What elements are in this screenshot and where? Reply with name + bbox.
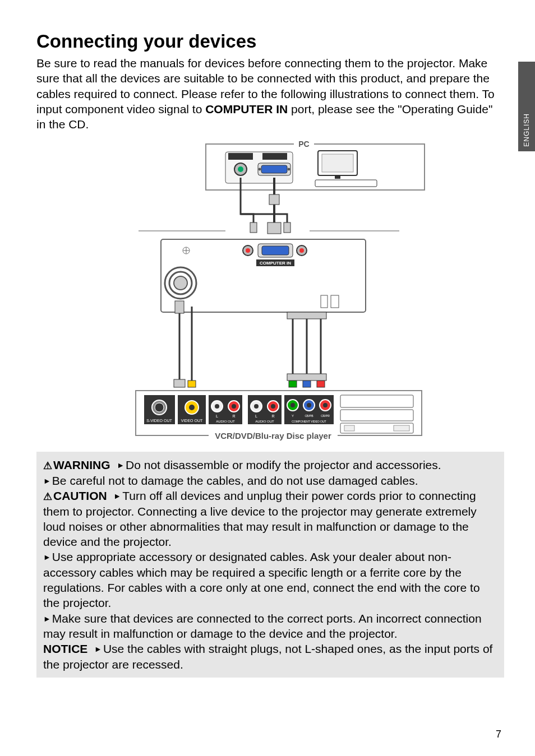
svg-rect-8 bbox=[261, 165, 287, 173]
caution-item-2: Use appropriate accessory or designated … bbox=[43, 550, 480, 609]
vcr-dvd-label: VCR/DVD/Blu-ray Disc player bbox=[215, 431, 331, 440]
svg-rect-39 bbox=[188, 381, 196, 387]
warning-item-2: Be careful not to damage the cables, and… bbox=[43, 474, 418, 487]
connection-diagram: PC AUDIO OUT RGB OUT bbox=[36, 138, 504, 444]
svideo-out-label: S-VIDEO OUT bbox=[146, 419, 172, 423]
comp-cb-label: CB/PB bbox=[305, 414, 313, 418]
svg-point-24 bbox=[246, 248, 250, 253]
svg-point-10 bbox=[288, 168, 290, 171]
svg-point-5 bbox=[238, 166, 243, 172]
svg-rect-17 bbox=[284, 222, 290, 233]
svg-rect-72 bbox=[344, 425, 354, 431]
audio-out-1: AUDIO OUT bbox=[216, 420, 235, 423]
notice-item-1: Use the cables with straight plugs, not … bbox=[43, 642, 492, 670]
language-side-tab: ENGLISH bbox=[518, 62, 535, 151]
svg-rect-73 bbox=[394, 425, 409, 431]
caution-item-1: Turn off all devices and unplug their po… bbox=[43, 489, 477, 548]
svg-point-61 bbox=[271, 404, 275, 409]
svg-rect-38 bbox=[174, 379, 185, 387]
svg-point-9 bbox=[259, 168, 261, 171]
svg-rect-43 bbox=[287, 374, 326, 381]
svg-point-59 bbox=[254, 404, 259, 409]
svg-point-56 bbox=[232, 404, 236, 409]
warning-item-1: Do not disassemble or modify the project… bbox=[117, 458, 441, 471]
svg-point-54 bbox=[215, 404, 219, 409]
language-label: ENGLISH bbox=[523, 113, 531, 147]
svg-point-28 bbox=[299, 248, 304, 253]
caution-label: CAUTION bbox=[43, 489, 107, 502]
svg-rect-16 bbox=[250, 222, 257, 233]
notice-label: NOTICE bbox=[43, 642, 87, 655]
computer-in-label: COMPUTER IN bbox=[260, 261, 291, 266]
comp-cr-label: CR/PR bbox=[321, 414, 330, 418]
svg-rect-33 bbox=[321, 295, 328, 308]
warning-block: WARNING Do not disassemble or modify the… bbox=[36, 452, 504, 677]
svg-rect-34 bbox=[331, 295, 339, 308]
pc-label: PC bbox=[298, 140, 309, 149]
projector-icon: COMPUTER IN bbox=[139, 231, 399, 312]
vcr-device-icon bbox=[340, 395, 413, 433]
svg-rect-13 bbox=[335, 175, 340, 179]
comp-y-label: Y bbox=[292, 414, 294, 418]
pc-monitor-icon bbox=[315, 151, 377, 187]
intro-paragraph: Be sure to read the manuals for devices … bbox=[36, 55, 504, 132]
audio-l-1: L bbox=[216, 414, 218, 418]
page-title: Connecting your devices bbox=[36, 31, 504, 52]
svg-point-32 bbox=[174, 276, 187, 290]
svg-rect-18 bbox=[268, 222, 281, 234]
svg-rect-14 bbox=[315, 180, 377, 187]
svg-rect-42 bbox=[317, 381, 325, 387]
svg-rect-70 bbox=[340, 410, 413, 421]
component-out-label: COMPONENT VIDEO OUT bbox=[292, 420, 326, 423]
svg-point-48 bbox=[155, 403, 164, 412]
svg-rect-12 bbox=[322, 154, 353, 172]
svg-rect-41 bbox=[303, 381, 311, 387]
svg-point-68 bbox=[323, 403, 328, 407]
svg-point-66 bbox=[307, 403, 311, 407]
page-number: 7 bbox=[496, 729, 501, 740]
svg-rect-37 bbox=[175, 301, 184, 313]
audio-r-1: R bbox=[232, 414, 235, 418]
svg-rect-44 bbox=[287, 312, 326, 319]
svg-point-64 bbox=[290, 403, 295, 407]
svg-point-51 bbox=[189, 405, 195, 410]
warning-label: WARNING bbox=[43, 458, 110, 471]
svg-rect-40 bbox=[289, 381, 297, 387]
svg-rect-69 bbox=[340, 395, 413, 407]
svg-rect-26 bbox=[262, 246, 289, 255]
svg-rect-3 bbox=[228, 153, 253, 160]
audio-l-2: L bbox=[255, 414, 257, 418]
svg-rect-15 bbox=[269, 194, 279, 205]
audio-r-2: R bbox=[271, 414, 274, 418]
video-out-label: VIDEO OUT bbox=[181, 419, 203, 423]
svg-rect-6 bbox=[262, 153, 287, 160]
intro-bold: COMPUTER IN bbox=[205, 103, 288, 115]
audio-out-2: AUDIO OUT bbox=[255, 420, 274, 423]
caution-item-3: Make sure that devices are connected to … bbox=[43, 612, 482, 640]
